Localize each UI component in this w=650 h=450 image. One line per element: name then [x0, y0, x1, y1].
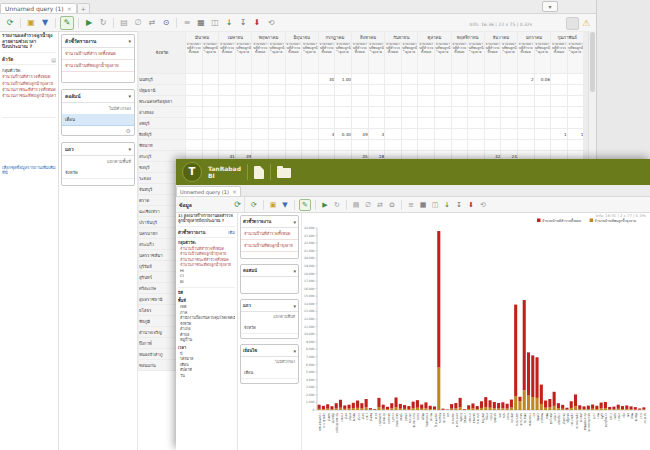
month-header[interactable]: พฤศจิกายน	[451, 32, 484, 43]
edit-query-icon[interactable]: ✎	[60, 16, 74, 30]
reset-query-icon[interactable]: ⟲	[265, 17, 277, 29]
close-tab-icon[interactable]: ×	[67, 5, 72, 12]
column-chip-month[interactable]: เดือน	[62, 114, 134, 126]
auto-run-icon[interactable]: ↻	[97, 17, 109, 29]
month-header[interactable]: พฤษภาคม	[252, 32, 285, 43]
measure-item[interactable]: จำนวนภาชนะที่พบลูกน้ำยุงลาย	[178, 262, 235, 268]
close-tab-icon[interactable]: ×	[232, 188, 237, 195]
table-mode-icon[interactable]: ▦	[195, 17, 207, 29]
refresh-icon[interactable]: ⟳	[234, 200, 241, 209]
query-tab[interactable]: Unnamed query (1) ×	[176, 186, 241, 196]
month-header[interactable]: เมษายน	[219, 32, 252, 43]
submetric-header[interactable]: จำนวนบ้านที่สำรวจทั้งหมด	[385, 43, 402, 74]
filter-box-header[interactable]: เงื่อนไข ▾	[241, 345, 298, 357]
measure-item[interactable]: จำนวนบ้านที่สำรวจทั้งหมด	[2, 74, 56, 80]
measures-box-header[interactable]: ตัวชี้วัดรายงาน ▾	[62, 35, 134, 48]
rows-box-header[interactable]: แถว ▾	[62, 143, 134, 156]
chart-mode-icon[interactable]: ◫	[209, 17, 221, 29]
submetric-header[interactable]: จำนวนบ้านที่พบลูกน้ำยุงลาย	[368, 43, 385, 74]
submetric-header[interactable]: จำนวนบ้านที่พบลูกน้ำยุงลาย	[268, 43, 285, 74]
submetric-header[interactable]: จำนวนบ้านที่สำรวจทั้งหมด	[484, 43, 501, 74]
submetric-header[interactable]: จำนวนบ้านที่พบลูกน้ำยุงลาย	[335, 43, 352, 74]
chart-mode-icon[interactable]: ◫	[430, 200, 440, 210]
export-pdf-icon[interactable]: ⬇	[251, 17, 263, 29]
measure-chip[interactable]: จำนวนบ้านที่สำรวจทั้งหมด	[241, 228, 298, 240]
dimension-level-item[interactable]: หมู่บ้าน	[178, 337, 235, 343]
refresh-icon[interactable]: ⟳	[4, 17, 16, 29]
submetric-header[interactable]: จำนวนบ้านที่พบลูกน้ำยุงลาย	[235, 43, 252, 74]
month-header[interactable]: กุมภาพันธ์	[551, 32, 584, 43]
swap-axis-icon[interactable]: ⇄	[375, 200, 385, 210]
export-csv-icon[interactable]: ↧	[237, 17, 249, 29]
province-row-header[interactable]: นนทบุรี	[139, 74, 186, 85]
province-row-header[interactable]: ลพบุรี	[139, 118, 186, 129]
open-query-icon[interactable]: ▣	[25, 17, 37, 29]
measures-section-header[interactable]: ตัววัด ▤	[2, 56, 56, 65]
month-header[interactable]: มีนาคม	[186, 32, 219, 43]
export-csv-icon[interactable]: ↧	[454, 200, 464, 210]
province-row-header[interactable]: สิงห์บุรี	[139, 129, 186, 140]
toggle-fields-icon[interactable]: ▤	[351, 200, 361, 210]
rows-box-header[interactable]: แถว ▾	[241, 300, 298, 312]
province-row-header[interactable]: อ่างทอง	[139, 107, 186, 118]
mdx-icon[interactable]: ≡	[406, 200, 416, 210]
gear-icon[interactable]: ⚙	[62, 126, 134, 135]
run-query-icon[interactable]: ▶	[320, 200, 330, 210]
zoom-icon[interactable]: ⊙	[160, 17, 172, 29]
auto-run-icon[interactable]: ↻	[332, 200, 342, 210]
add-measure-link[interactable]: เติม	[228, 229, 235, 236]
export-xls-icon[interactable]: ↓	[223, 17, 235, 29]
submetric-header[interactable]: จำนวนบ้านที่พบลูกน้ำยุงลาย	[534, 43, 551, 74]
measures-box-header[interactable]: ตัวชี้วัดรายงาน ▾	[241, 216, 298, 228]
submetric-header[interactable]: จำนวนบ้านที่พบลูกน้ำยุงลาย	[401, 43, 418, 74]
non-empty-icon[interactable]: ∅	[363, 200, 373, 210]
submetric-header[interactable]: จำนวนบ้านที่สำรวจทั้งหมด	[451, 43, 468, 74]
submetric-header[interactable]: จำนวนบ้านที่พบลูกน้ำยุงลาย	[302, 43, 319, 74]
month-header[interactable]: สิงหาคม	[351, 32, 384, 43]
export-pdf-icon[interactable]: ⬇	[466, 200, 476, 210]
measure-item[interactable]: จำนวนภาชนะที่พบลูกน้ำยุงลาย	[2, 93, 56, 99]
save-query-icon[interactable]: ▼	[39, 17, 51, 29]
month-header[interactable]: มิถุนายน	[285, 32, 318, 43]
submetric-header[interactable]: จำนวนบ้านที่พบลูกน้ำยุงลาย	[567, 43, 584, 74]
month-header[interactable]: ธันวาคม	[484, 32, 517, 43]
month-header[interactable]: ตุลาคม	[418, 32, 451, 43]
columns-box-header[interactable]: คอลัมน์ ▾	[241, 265, 298, 277]
swap-axis-icon[interactable]: ⇄	[146, 17, 158, 29]
province-row-header[interactable]: ปทุมธานี	[139, 85, 186, 96]
submetric-header[interactable]: จำนวนบ้านที่สำรวจทั้งหมด	[285, 43, 302, 74]
submetric-header[interactable]: จำนวนบ้านที่สำรวจทั้งหมด	[517, 43, 534, 74]
edit-query-icon[interactable]: ✎	[299, 199, 311, 211]
submetric-header[interactable]: จำนวนบ้านที่พบลูกน้ำยุงลาย	[202, 43, 219, 74]
submetric-header[interactable]: จำนวนบ้านที่สำรวจทั้งหมด	[418, 43, 435, 74]
filter-chip-month[interactable]: เดือน	[241, 367, 298, 379]
zoom-icon[interactable]: ⊙	[387, 200, 397, 210]
dataset-link[interactable]: เลือกชุดข้อมูลรายงานเพิ่มเติม ที่นี่	[2, 165, 58, 176]
row-chip-province[interactable]: จังหวัด	[62, 167, 134, 179]
run-query-icon[interactable]: ▶	[83, 17, 95, 29]
submetric-header[interactable]: จำนวนบ้านที่สำรวจทั้งหมด	[351, 43, 368, 74]
province-row-header[interactable]: พระนครศรีอยุธยา	[139, 96, 186, 107]
refresh-icon[interactable]: ⟳	[249, 200, 259, 210]
measure-item[interactable]: จำนวนบ้านที่พบลูกน้ำยุงลาย	[2, 81, 56, 87]
non-empty-icon[interactable]: ∅	[132, 17, 144, 29]
submetric-header[interactable]: จำนวนบ้านที่สำรวจทั้งหมด	[219, 43, 236, 74]
dimension-level-item[interactable]: วัน	[178, 373, 235, 379]
new-report-icon[interactable]	[254, 166, 264, 179]
query-tab[interactable]: Unnamed query (1) ×	[0, 3, 77, 13]
measures-section-header[interactable]: ตัวชี้วัดรายงาน เติม	[178, 229, 235, 238]
repository-dropdown[interactable]: ▾	[542, 1, 558, 12]
table-mode-icon[interactable]: ▦	[418, 200, 428, 210]
open-folder-icon[interactable]	[277, 168, 291, 178]
province-row-header[interactable]: ชัยนาท	[139, 140, 186, 151]
measure-chip[interactable]: จำนวนบ้านที่สำรวจทั้งหมด	[62, 48, 134, 60]
mdx-icon[interactable]: ≡	[181, 17, 193, 29]
view-switch-icon[interactable]	[566, 17, 579, 30]
reset-query-icon[interactable]: ⟲	[478, 200, 488, 210]
month-header[interactable]: กรกฎาคม	[318, 32, 351, 43]
submetric-header[interactable]: จำนวนบ้านที่พบลูกน้ำยุงลาย	[434, 43, 451, 74]
row-chip-province[interactable]: จังหวัด	[241, 322, 298, 334]
submetric-header[interactable]: จำนวนบ้านที่พบลูกน้ำยุงลาย	[468, 43, 485, 74]
submetric-header[interactable]: จำนวนบ้านที่สำรวจทั้งหมด	[318, 43, 335, 74]
dimension-level-item[interactable]: สำนักงานป้องกันควบคุมโรคเขตเมือง ไทย	[178, 315, 235, 321]
